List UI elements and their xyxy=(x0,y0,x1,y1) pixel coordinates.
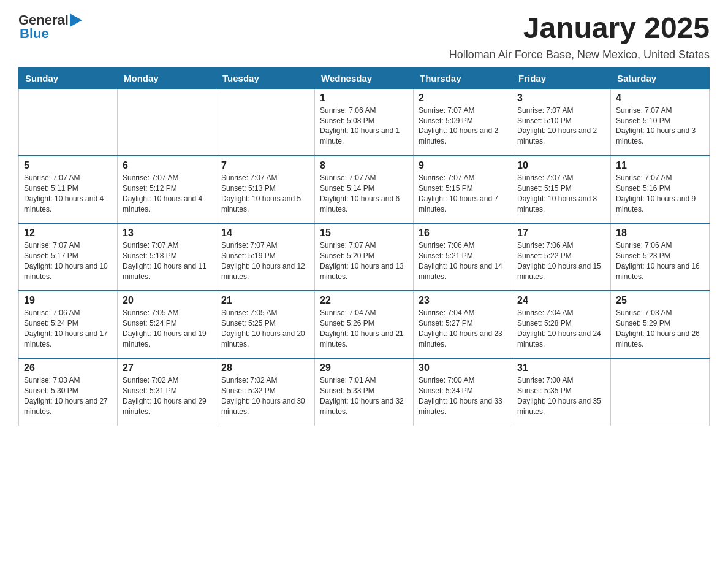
calendar-cell: 23Sunrise: 7:04 AMSunset: 5:27 PMDayligh… xyxy=(414,291,512,358)
weekday-header-wednesday: Wednesday xyxy=(315,67,414,88)
day-info: Sunrise: 7:02 AMSunset: 5:32 PMDaylight:… xyxy=(221,375,309,416)
day-info: Sunrise: 7:07 AMSunset: 5:10 PMDaylight:… xyxy=(616,105,704,147)
title-section: January 2025 Holloman Air Force Base, Ne… xyxy=(449,12,710,61)
calendar-cell: 30Sunrise: 7:00 AMSunset: 5:34 PMDayligh… xyxy=(414,358,512,426)
calendar-cell: 27Sunrise: 7:02 AMSunset: 5:31 PMDayligh… xyxy=(118,358,216,426)
day-info: Sunrise: 7:02 AMSunset: 5:31 PMDaylight:… xyxy=(123,375,211,416)
day-info: Sunrise: 7:03 AMSunset: 5:29 PMDaylight:… xyxy=(616,308,704,349)
page-header: General Blue January 2025 Holloman Air F… xyxy=(18,12,710,61)
calendar-cell: 14Sunrise: 7:07 AMSunset: 5:19 PMDayligh… xyxy=(216,223,315,291)
day-info: Sunrise: 7:06 AMSunset: 5:22 PMDaylight:… xyxy=(517,240,605,282)
weekday-header-friday: Friday xyxy=(512,67,611,88)
calendar-cell: 24Sunrise: 7:04 AMSunset: 5:28 PMDayligh… xyxy=(512,291,611,358)
day-info: Sunrise: 7:04 AMSunset: 5:28 PMDaylight:… xyxy=(517,308,605,349)
calendar-cell: 8Sunrise: 7:07 AMSunset: 5:14 PMDaylight… xyxy=(315,156,414,223)
day-info: Sunrise: 7:07 AMSunset: 5:15 PMDaylight:… xyxy=(517,173,605,214)
day-number: 15 xyxy=(320,228,408,239)
calendar-cell: 15Sunrise: 7:07 AMSunset: 5:20 PMDayligh… xyxy=(315,223,414,291)
day-number: 8 xyxy=(320,160,408,171)
logo-triangle-icon xyxy=(70,13,82,27)
day-info: Sunrise: 7:07 AMSunset: 5:20 PMDaylight:… xyxy=(320,240,408,282)
day-info: Sunrise: 7:07 AMSunset: 5:09 PMDaylight:… xyxy=(419,105,507,147)
day-number: 11 xyxy=(616,160,704,171)
calendar-cell: 29Sunrise: 7:01 AMSunset: 5:33 PMDayligh… xyxy=(315,358,414,426)
calendar-cell: 11Sunrise: 7:07 AMSunset: 5:16 PMDayligh… xyxy=(611,156,710,223)
calendar-cell: 22Sunrise: 7:04 AMSunset: 5:26 PMDayligh… xyxy=(315,291,414,358)
calendar-cell: 21Sunrise: 7:05 AMSunset: 5:25 PMDayligh… xyxy=(216,291,315,358)
day-number: 3 xyxy=(517,93,605,104)
day-info: Sunrise: 7:07 AMSunset: 5:10 PMDaylight:… xyxy=(517,105,605,147)
calendar-cell: 3Sunrise: 7:07 AMSunset: 5:10 PMDaylight… xyxy=(512,88,611,156)
calendar-cell xyxy=(118,88,216,156)
day-number: 1 xyxy=(320,93,408,104)
day-number: 26 xyxy=(24,362,112,373)
day-number: 12 xyxy=(24,228,112,239)
calendar-cell xyxy=(216,88,315,156)
day-info: Sunrise: 7:07 AMSunset: 5:12 PMDaylight:… xyxy=(123,173,211,214)
day-number: 10 xyxy=(517,160,605,171)
location-subtitle: Holloman Air Force Base, New Mexico, Uni… xyxy=(449,48,710,61)
day-number: 7 xyxy=(221,160,309,171)
calendar-cell: 18Sunrise: 7:06 AMSunset: 5:23 PMDayligh… xyxy=(611,223,710,291)
day-info: Sunrise: 7:05 AMSunset: 5:25 PMDaylight:… xyxy=(221,308,309,349)
svg-marker-0 xyxy=(70,13,82,27)
day-info: Sunrise: 7:05 AMSunset: 5:24 PMDaylight:… xyxy=(123,308,211,349)
day-number: 6 xyxy=(123,160,211,171)
calendar-cell: 19Sunrise: 7:06 AMSunset: 5:24 PMDayligh… xyxy=(19,291,118,358)
calendar-cell: 4Sunrise: 7:07 AMSunset: 5:10 PMDaylight… xyxy=(611,88,710,156)
day-info: Sunrise: 7:07 AMSunset: 5:18 PMDaylight:… xyxy=(123,240,211,282)
weekday-header-thursday: Thursday xyxy=(414,67,512,88)
weekday-header-saturday: Saturday xyxy=(611,67,710,88)
calendar-cell: 10Sunrise: 7:07 AMSunset: 5:15 PMDayligh… xyxy=(512,156,611,223)
day-info: Sunrise: 7:03 AMSunset: 5:30 PMDaylight:… xyxy=(24,375,112,416)
calendar-week-2: 5Sunrise: 7:07 AMSunset: 5:11 PMDaylight… xyxy=(19,156,710,223)
calendar-cell: 25Sunrise: 7:03 AMSunset: 5:29 PMDayligh… xyxy=(611,291,710,358)
day-number: 22 xyxy=(320,295,408,306)
day-number: 23 xyxy=(419,295,507,306)
day-number: 2 xyxy=(419,93,507,104)
day-info: Sunrise: 7:07 AMSunset: 5:16 PMDaylight:… xyxy=(616,173,704,214)
calendar-cell: 12Sunrise: 7:07 AMSunset: 5:17 PMDayligh… xyxy=(19,223,118,291)
calendar-cell: 31Sunrise: 7:00 AMSunset: 5:35 PMDayligh… xyxy=(512,358,611,426)
calendar-cell: 5Sunrise: 7:07 AMSunset: 5:11 PMDaylight… xyxy=(19,156,118,223)
calendar-week-1: 1Sunrise: 7:06 AMSunset: 5:08 PMDaylight… xyxy=(19,88,710,156)
day-number: 19 xyxy=(24,295,112,306)
day-number: 14 xyxy=(221,228,309,239)
calendar-cell xyxy=(611,358,710,426)
day-info: Sunrise: 7:04 AMSunset: 5:27 PMDaylight:… xyxy=(419,308,507,349)
calendar-cell: 26Sunrise: 7:03 AMSunset: 5:30 PMDayligh… xyxy=(19,358,118,426)
day-info: Sunrise: 7:06 AMSunset: 5:24 PMDaylight:… xyxy=(24,308,112,349)
day-number: 30 xyxy=(419,362,507,373)
day-number: 13 xyxy=(123,228,211,239)
day-info: Sunrise: 7:07 AMSunset: 5:17 PMDaylight:… xyxy=(24,240,112,282)
day-number: 20 xyxy=(123,295,211,306)
calendar-table: SundayMondayTuesdayWednesdayThursdayFrid… xyxy=(18,67,710,426)
day-number: 25 xyxy=(616,295,704,306)
weekday-header-sunday: Sunday xyxy=(19,67,118,88)
day-number: 31 xyxy=(517,362,605,373)
day-number: 28 xyxy=(221,362,309,373)
day-number: 29 xyxy=(320,362,408,373)
day-number: 16 xyxy=(419,228,507,239)
day-info: Sunrise: 7:07 AMSunset: 5:11 PMDaylight:… xyxy=(24,173,112,214)
calendar-cell: 7Sunrise: 7:07 AMSunset: 5:13 PMDaylight… xyxy=(216,156,315,223)
calendar-cell: 6Sunrise: 7:07 AMSunset: 5:12 PMDaylight… xyxy=(118,156,216,223)
day-number: 5 xyxy=(24,160,112,171)
day-info: Sunrise: 7:07 AMSunset: 5:15 PMDaylight:… xyxy=(419,173,507,214)
calendar-cell: 13Sunrise: 7:07 AMSunset: 5:18 PMDayligh… xyxy=(118,223,216,291)
day-info: Sunrise: 7:07 AMSunset: 5:14 PMDaylight:… xyxy=(320,173,408,214)
calendar-cell: 20Sunrise: 7:05 AMSunset: 5:24 PMDayligh… xyxy=(118,291,216,358)
day-info: Sunrise: 7:07 AMSunset: 5:19 PMDaylight:… xyxy=(221,240,309,282)
day-info: Sunrise: 7:01 AMSunset: 5:33 PMDaylight:… xyxy=(320,375,408,416)
weekday-header-tuesday: Tuesday xyxy=(216,67,315,88)
day-info: Sunrise: 7:06 AMSunset: 5:23 PMDaylight:… xyxy=(616,240,704,282)
weekday-header-monday: Monday xyxy=(118,67,216,88)
day-number: 17 xyxy=(517,228,605,239)
day-info: Sunrise: 7:00 AMSunset: 5:35 PMDaylight:… xyxy=(517,375,605,416)
logo-blue-text: Blue xyxy=(20,26,49,42)
day-info: Sunrise: 7:06 AMSunset: 5:21 PMDaylight:… xyxy=(419,240,507,282)
calendar-cell xyxy=(19,88,118,156)
calendar-week-3: 12Sunrise: 7:07 AMSunset: 5:17 PMDayligh… xyxy=(19,223,710,291)
day-info: Sunrise: 7:00 AMSunset: 5:34 PMDaylight:… xyxy=(419,375,507,416)
calendar-cell: 28Sunrise: 7:02 AMSunset: 5:32 PMDayligh… xyxy=(216,358,315,426)
